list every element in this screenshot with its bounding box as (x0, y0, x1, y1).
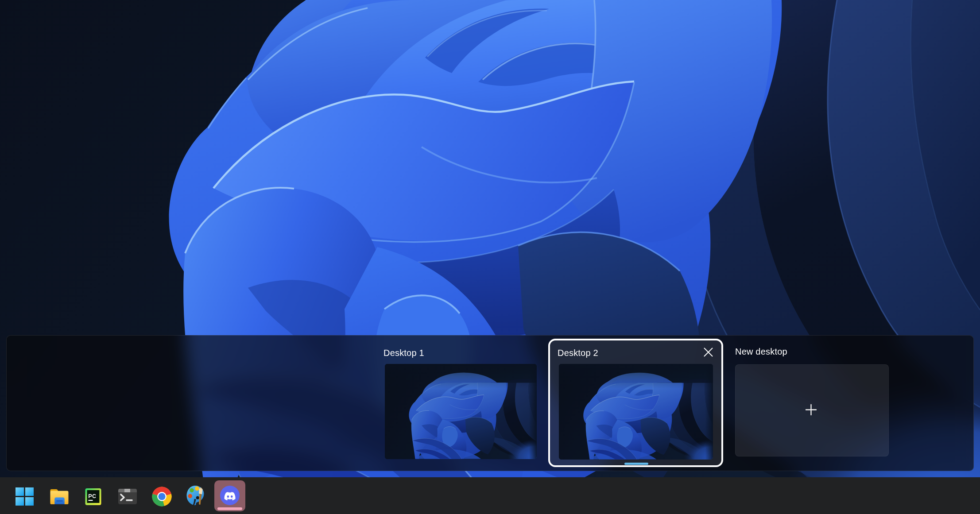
svg-text:PC: PC (88, 493, 96, 499)
